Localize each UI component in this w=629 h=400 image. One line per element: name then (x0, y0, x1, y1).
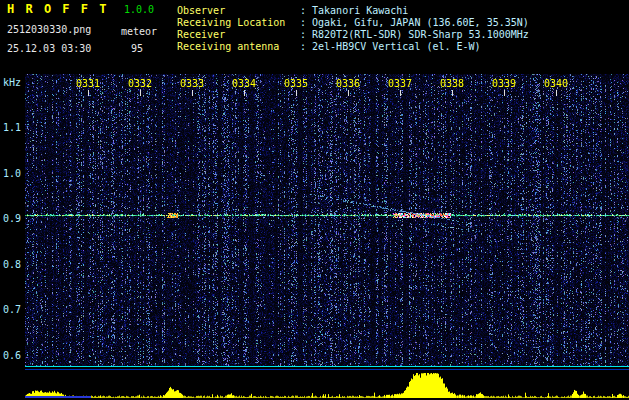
time-tick-label: 0334 (231, 79, 257, 89)
freq-tick-label: 0.9 (3, 214, 21, 224)
freq-tick-label: 0.6 (3, 351, 21, 361)
activity-top-border (25, 369, 629, 370)
info-row: Receiver: R820T2(RTL-SDR) SDR-Sharp 53.1… (177, 30, 529, 40)
datetime-label: 25.12.03 03:30 (7, 44, 91, 54)
time-tick-label: 0336 (335, 79, 361, 89)
info-value: : Takanori Kawachi (300, 5, 408, 16)
info-label: Receiving Location (177, 18, 300, 28)
spectrogram-bottom-border (25, 366, 629, 367)
info-label: Receiving antenna (177, 42, 300, 52)
info-label: Observer (177, 6, 300, 16)
freq-tick-label: 0.7 (3, 305, 21, 315)
info-row: Receiving antenna: 2el-HB9CV Vertical (e… (177, 42, 481, 52)
time-tick-label: 0335 (283, 79, 309, 89)
time-tick-label: 0333 (179, 79, 205, 89)
freq-tick-label: 1.0 (3, 169, 21, 179)
info-label: Receiver (177, 30, 300, 40)
freq-tick-label: 1.1 (3, 123, 21, 133)
time-tick-label: 0331 (75, 79, 101, 89)
app-title: H R O F F T (7, 4, 108, 14)
info-value: : Ogaki, Gifu, JAPAN (136.60E, 35.35N) (300, 17, 529, 28)
hrofft-window: H R O F F T 1.0.0 2512030330.png meteor … (0, 0, 629, 400)
app-version: 1.0.0 (124, 5, 154, 15)
info-row: Observer: Takanori Kawachi (177, 6, 408, 16)
freq-tick-label: 0.8 (3, 260, 21, 270)
output-filename: 2512030330.png (7, 25, 91, 35)
info-value: : R820T2(RTL-SDR) SDR-Sharp 53.1000MHz (300, 29, 529, 40)
time-tick-label: 0340 (543, 79, 569, 89)
time-tick-label: 0339 (491, 79, 517, 89)
time-tick-label: 0332 (127, 79, 153, 89)
activity-histogram-canvas (25, 371, 629, 398)
info-row: Receiving Location: Ogaki, Gifu, JAPAN (… (177, 18, 529, 28)
freq-axis-unit: kHz (3, 78, 21, 88)
info-value: : 2el-HB9CV Vertical (el. E-W) (300, 41, 481, 52)
spectrogram-canvas (25, 74, 629, 366)
time-tick-label: 0337 (387, 79, 413, 89)
time-tick-label: 0338 (439, 79, 465, 89)
mode-label: meteor (121, 27, 157, 37)
echo-count: 95 (131, 44, 143, 54)
